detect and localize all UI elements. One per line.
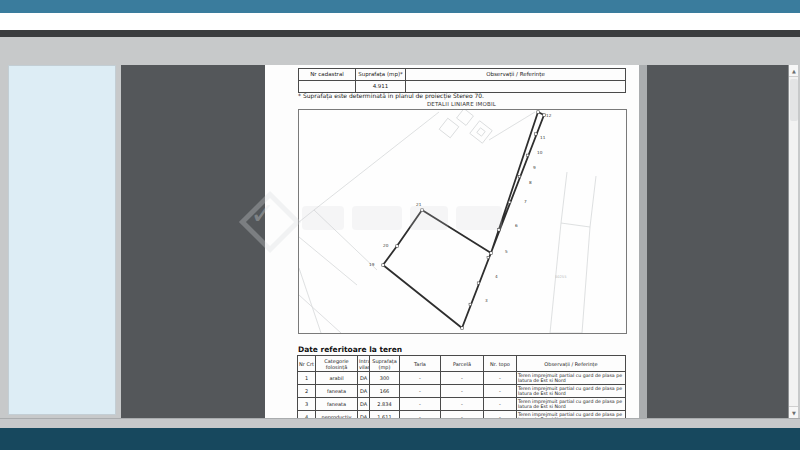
page-edge-shadow xyxy=(639,65,647,418)
cell: 300 xyxy=(370,372,400,385)
map-title: DETALII LINIARE IMOBIL xyxy=(298,101,625,107)
bottom-status-strip xyxy=(0,418,800,428)
th-nr-topo: Nr. topo xyxy=(484,356,517,372)
vertex-label: 11 xyxy=(540,135,546,140)
cell-observatii: Teren imprejmuit partial cu gard de plas… xyxy=(517,385,626,398)
vertex-label: 4 xyxy=(495,274,498,279)
cell: - xyxy=(484,398,517,411)
teren-table: Nr Crt Categorie folosință Intra vilan S… xyxy=(297,355,626,418)
vertex-label: 6 xyxy=(515,223,518,228)
vertex-markers xyxy=(382,111,546,330)
top-title-bar xyxy=(0,0,800,13)
cell: neproductiv xyxy=(316,411,358,419)
cell: - xyxy=(484,411,517,419)
vertex-label: 8 xyxy=(529,180,532,185)
scroll-down-button[interactable]: ▼ xyxy=(789,406,798,418)
cell: - xyxy=(441,411,484,419)
document-page: Nr cadastral Suprafața (mp)* Observații … xyxy=(265,65,639,418)
th-tarla: Tarla xyxy=(400,356,441,372)
col-header-observatii: Observații / Referințe xyxy=(406,69,626,81)
cell: DA xyxy=(358,398,370,411)
cell: - xyxy=(484,372,517,385)
cell-observatii: Teren imprejmuit partial cu gard de plas… xyxy=(517,411,626,419)
top-dark-bar xyxy=(0,30,800,37)
cell: 3 xyxy=(298,398,316,411)
cell: faneata xyxy=(316,398,358,411)
sidebar-panel[interactable] xyxy=(8,65,116,415)
observatii-value xyxy=(406,81,626,93)
bottom-title-bar xyxy=(0,428,800,450)
suprafata-value: 4.911 xyxy=(356,81,406,93)
th-observatii: Observații / Referințe xyxy=(517,356,626,372)
cell: 2 xyxy=(298,385,316,398)
table-row: 2 faneata DA 166 - - - Teren imprejmuit … xyxy=(298,385,626,398)
cell: 1 xyxy=(298,372,316,385)
cell: 1.611 xyxy=(370,411,400,419)
cell: DA xyxy=(358,411,370,419)
map-svg: 50255 xyxy=(299,110,626,333)
document-viewer[interactable]: Nr cadastral Suprafața (mp)* Observații … xyxy=(121,65,798,418)
neighbor-parcel-number: 50255 xyxy=(555,275,566,279)
cell: 4 xyxy=(298,411,316,419)
nr-cadastral-value xyxy=(299,81,356,93)
cell: - xyxy=(441,372,484,385)
col-header-suprafata: Suprafața (mp)* xyxy=(356,69,406,81)
cell: - xyxy=(400,398,441,411)
scrollbar-thumb[interactable] xyxy=(790,79,798,121)
cell-observatii: Teren imprejmuit partial cu gard de plas… xyxy=(517,398,626,411)
table-row: 1 arabil DA 300 - - - Teren imprejmuit p… xyxy=(298,372,626,385)
th-categorie: Categorie folosință xyxy=(316,356,358,372)
building-outline xyxy=(470,121,492,143)
cell: - xyxy=(441,385,484,398)
table-row: 4 neproductiv DA 1.611 - - - Teren impre… xyxy=(298,411,626,419)
cell: - xyxy=(400,411,441,419)
cell: - xyxy=(400,372,441,385)
top-white-bar xyxy=(0,13,800,30)
neighbor-boundaries xyxy=(299,110,596,333)
vertex-label: 21 xyxy=(416,202,422,207)
cell: - xyxy=(441,398,484,411)
cell-observatii: Teren imprejmuit partial cu gard de plas… xyxy=(517,372,626,385)
vertex-label: 7 xyxy=(524,199,527,204)
col-header-nr-cadastral: Nr cadastral xyxy=(299,69,356,81)
cell: arabil xyxy=(316,372,358,385)
vertical-scrollbar[interactable]: ▲ ▼ xyxy=(788,65,798,418)
cell: 166 xyxy=(370,385,400,398)
vertex-label: 3 xyxy=(485,298,488,303)
teren-section-heading: Date referitoare la teren xyxy=(298,345,402,354)
parcel-boundary xyxy=(383,112,544,328)
vertex-label: 9 xyxy=(533,165,536,170)
th-suprafata: Suprafața (mp) xyxy=(370,356,400,372)
building-outline xyxy=(439,118,459,138)
cell: DA xyxy=(358,385,370,398)
vertex-label: 5 xyxy=(505,249,508,254)
cadastral-summary-table: Nr cadastral Suprafața (mp)* Observații … xyxy=(298,68,626,93)
cell: DA xyxy=(358,372,370,385)
cell: 2.834 xyxy=(370,398,400,411)
scroll-up-button[interactable]: ▲ xyxy=(789,65,798,77)
screen: { "window": { "colors": { "top_bar": "#3… xyxy=(0,0,800,450)
table-row: 3 faneata DA 2.834 - - - Teren imprejmui… xyxy=(298,398,626,411)
th-intravilan: Intra vilan xyxy=(358,356,370,372)
cell: - xyxy=(484,385,517,398)
vertex-label: 19 xyxy=(369,262,375,267)
vertex-label: 12 xyxy=(546,113,552,118)
parcel-map: 50255 xyxy=(298,109,627,334)
building-outline xyxy=(457,110,474,125)
projection-footnote: * Suprafața este determinată in planul d… xyxy=(298,92,484,99)
cell: - xyxy=(400,385,441,398)
cell: faneata xyxy=(316,385,358,398)
vertex-label: 20 xyxy=(383,243,389,248)
vertex-label: 10 xyxy=(537,150,543,155)
th-parcela: Parcelă xyxy=(441,356,484,372)
teren-table-header-row: Nr Crt Categorie folosință Intra vilan S… xyxy=(298,356,626,372)
th-nr-crt: Nr Crt xyxy=(298,356,316,372)
